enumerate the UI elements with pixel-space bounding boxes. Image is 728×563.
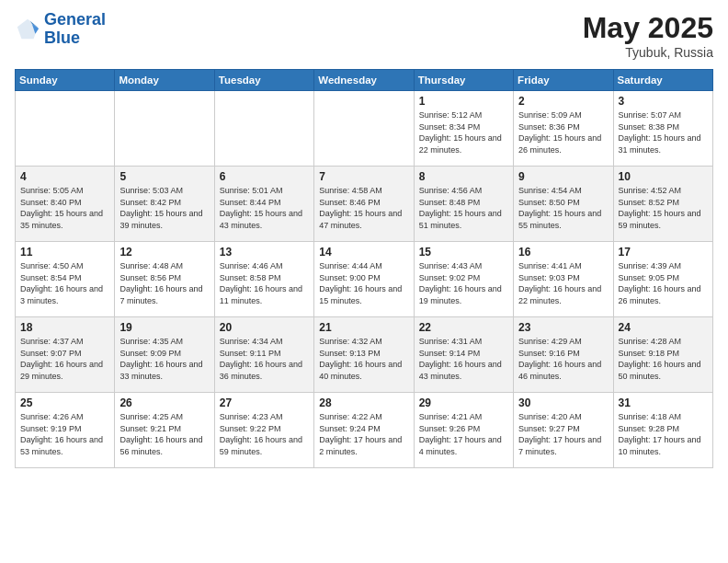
- day-number: 8: [419, 170, 508, 183]
- day-number: 27: [220, 396, 309, 409]
- table-row: 6Sunrise: 5:01 AM Sunset: 8:44 PM Daylig…: [214, 167, 313, 242]
- day-number: 2: [518, 95, 608, 108]
- day-number: 20: [220, 321, 309, 334]
- day-number: 16: [518, 246, 608, 259]
- title-month: May 2025: [583, 11, 713, 45]
- table-row: 9Sunrise: 4:54 AM Sunset: 8:50 PM Daylig…: [514, 167, 613, 242]
- calendar-week-row: 1Sunrise: 5:12 AM Sunset: 8:34 PM Daylig…: [16, 91, 713, 167]
- table-row: 18Sunrise: 4:37 AM Sunset: 9:07 PM Dayli…: [16, 317, 115, 393]
- day-info: Sunrise: 4:31 AM Sunset: 9:14 PM Dayligh…: [419, 336, 508, 382]
- table-row: 7Sunrise: 4:58 AM Sunset: 8:46 PM Daylig…: [314, 167, 414, 242]
- day-info: Sunrise: 4:54 AM Sunset: 8:50 PM Dayligh…: [518, 185, 608, 231]
- day-number: 7: [319, 170, 408, 183]
- day-number: 25: [20, 396, 109, 409]
- title-location: Tyubuk, Russia: [583, 45, 713, 60]
- day-number: 3: [619, 95, 708, 108]
- day-number: 24: [619, 321, 708, 334]
- table-row: 12Sunrise: 4:48 AM Sunset: 8:56 PM Dayli…: [115, 242, 214, 317]
- calendar-week-row: 11Sunrise: 4:50 AM Sunset: 8:54 PM Dayli…: [16, 242, 713, 317]
- table-row: 25Sunrise: 4:26 AM Sunset: 9:19 PM Dayli…: [16, 393, 115, 468]
- day-info: Sunrise: 4:50 AM Sunset: 8:54 PM Dayligh…: [20, 260, 109, 306]
- day-number: 5: [119, 170, 209, 183]
- table-row: 14Sunrise: 4:44 AM Sunset: 9:00 PM Dayli…: [314, 242, 414, 317]
- table-row: 15Sunrise: 4:43 AM Sunset: 9:02 PM Dayli…: [414, 242, 513, 317]
- day-number: 10: [619, 170, 708, 183]
- day-info: Sunrise: 4:37 AM Sunset: 9:07 PM Dayligh…: [20, 336, 109, 382]
- day-number: 18: [20, 321, 109, 334]
- col-tuesday: Tuesday: [214, 70, 313, 91]
- day-number: 26: [119, 396, 209, 409]
- table-row: [214, 91, 313, 167]
- table-row: 23Sunrise: 4:29 AM Sunset: 9:16 PM Dayli…: [514, 317, 613, 393]
- day-info: Sunrise: 4:25 AM Sunset: 9:21 PM Dayligh…: [119, 411, 209, 457]
- col-saturday: Saturday: [613, 70, 712, 91]
- day-info: Sunrise: 4:56 AM Sunset: 8:48 PM Dayligh…: [419, 185, 508, 231]
- header: General Blue May 2025 Tyubuk, Russia: [15, 11, 713, 60]
- day-info: Sunrise: 4:23 AM Sunset: 9:22 PM Dayligh…: [220, 411, 309, 457]
- table-row: 27Sunrise: 4:23 AM Sunset: 9:22 PM Dayli…: [214, 393, 313, 468]
- logo-icon: [15, 17, 40, 42]
- day-info: Sunrise: 4:32 AM Sunset: 9:13 PM Dayligh…: [319, 336, 408, 382]
- day-info: Sunrise: 4:22 AM Sunset: 9:24 PM Dayligh…: [319, 411, 408, 457]
- day-number: 22: [419, 321, 508, 334]
- day-info: Sunrise: 5:05 AM Sunset: 8:40 PM Dayligh…: [20, 185, 109, 231]
- logo-text: General Blue: [44, 11, 106, 48]
- day-info: Sunrise: 4:48 AM Sunset: 8:56 PM Dayligh…: [119, 260, 209, 306]
- day-info: Sunrise: 4:43 AM Sunset: 9:02 PM Dayligh…: [419, 260, 508, 306]
- day-info: Sunrise: 4:44 AM Sunset: 9:00 PM Dayligh…: [319, 260, 408, 306]
- day-info: Sunrise: 4:21 AM Sunset: 9:26 PM Dayligh…: [419, 411, 508, 457]
- calendar-week-row: 4Sunrise: 5:05 AM Sunset: 8:40 PM Daylig…: [16, 167, 713, 242]
- col-thursday: Thursday: [414, 70, 513, 91]
- table-row: 13Sunrise: 4:46 AM Sunset: 8:58 PM Dayli…: [214, 242, 313, 317]
- col-wednesday: Wednesday: [314, 70, 414, 91]
- day-info: Sunrise: 4:34 AM Sunset: 9:11 PM Dayligh…: [220, 336, 309, 382]
- table-row: 1Sunrise: 5:12 AM Sunset: 8:34 PM Daylig…: [414, 91, 513, 167]
- table-row: 30Sunrise: 4:20 AM Sunset: 9:27 PM Dayli…: [514, 393, 613, 468]
- day-number: 1: [419, 95, 508, 108]
- day-number: 30: [518, 396, 608, 409]
- table-row: [16, 91, 115, 167]
- calendar-week-row: 25Sunrise: 4:26 AM Sunset: 9:19 PM Dayli…: [16, 393, 713, 468]
- day-info: Sunrise: 4:41 AM Sunset: 9:03 PM Dayligh…: [518, 260, 608, 306]
- col-sunday: Sunday: [16, 70, 115, 91]
- table-row: 28Sunrise: 4:22 AM Sunset: 9:24 PM Dayli…: [314, 393, 414, 468]
- table-row: 4Sunrise: 5:05 AM Sunset: 8:40 PM Daylig…: [16, 167, 115, 242]
- day-number: 6: [220, 170, 309, 183]
- calendar-table: Sunday Monday Tuesday Wednesday Thursday…: [15, 69, 713, 468]
- calendar-header-row: Sunday Monday Tuesday Wednesday Thursday…: [16, 70, 713, 91]
- day-number: 4: [20, 170, 109, 183]
- day-info: Sunrise: 5:07 AM Sunset: 8:38 PM Dayligh…: [619, 109, 708, 155]
- table-row: 3Sunrise: 5:07 AM Sunset: 8:38 PM Daylig…: [613, 91, 712, 167]
- day-info: Sunrise: 4:29 AM Sunset: 9:16 PM Dayligh…: [518, 336, 608, 382]
- day-info: Sunrise: 4:26 AM Sunset: 9:19 PM Dayligh…: [20, 411, 109, 457]
- table-row: 10Sunrise: 4:52 AM Sunset: 8:52 PM Dayli…: [613, 167, 712, 242]
- day-number: 21: [319, 321, 408, 334]
- day-number: 11: [20, 246, 109, 259]
- day-info: Sunrise: 5:12 AM Sunset: 8:34 PM Dayligh…: [419, 109, 508, 155]
- day-number: 13: [220, 246, 309, 259]
- table-row: 17Sunrise: 4:39 AM Sunset: 9:05 PM Dayli…: [613, 242, 712, 317]
- col-monday: Monday: [115, 70, 214, 91]
- table-row: 21Sunrise: 4:32 AM Sunset: 9:13 PM Dayli…: [314, 317, 414, 393]
- day-number: 15: [419, 246, 508, 259]
- table-row: 8Sunrise: 4:56 AM Sunset: 8:48 PM Daylig…: [414, 167, 513, 242]
- page: General Blue May 2025 Tyubuk, Russia Sun…: [0, 0, 728, 563]
- day-number: 28: [319, 396, 408, 409]
- table-row: [314, 91, 414, 167]
- day-number: 19: [119, 321, 209, 334]
- table-row: 16Sunrise: 4:41 AM Sunset: 9:03 PM Dayli…: [514, 242, 613, 317]
- table-row: 20Sunrise: 4:34 AM Sunset: 9:11 PM Dayli…: [214, 317, 313, 393]
- day-info: Sunrise: 4:52 AM Sunset: 8:52 PM Dayligh…: [619, 185, 708, 231]
- day-number: 12: [119, 246, 209, 259]
- day-number: 31: [619, 396, 708, 409]
- day-info: Sunrise: 5:09 AM Sunset: 8:36 PM Dayligh…: [518, 109, 608, 155]
- logo: General Blue: [15, 11, 106, 48]
- day-number: 29: [419, 396, 508, 409]
- day-info: Sunrise: 5:03 AM Sunset: 8:42 PM Dayligh…: [119, 185, 209, 231]
- day-number: 14: [319, 246, 408, 259]
- table-row: 11Sunrise: 4:50 AM Sunset: 8:54 PM Dayli…: [16, 242, 115, 317]
- table-row: 29Sunrise: 4:21 AM Sunset: 9:26 PM Dayli…: [414, 393, 513, 468]
- table-row: 31Sunrise: 4:18 AM Sunset: 9:28 PM Dayli…: [613, 393, 712, 468]
- table-row: [115, 91, 214, 167]
- day-info: Sunrise: 4:20 AM Sunset: 9:27 PM Dayligh…: [518, 411, 608, 457]
